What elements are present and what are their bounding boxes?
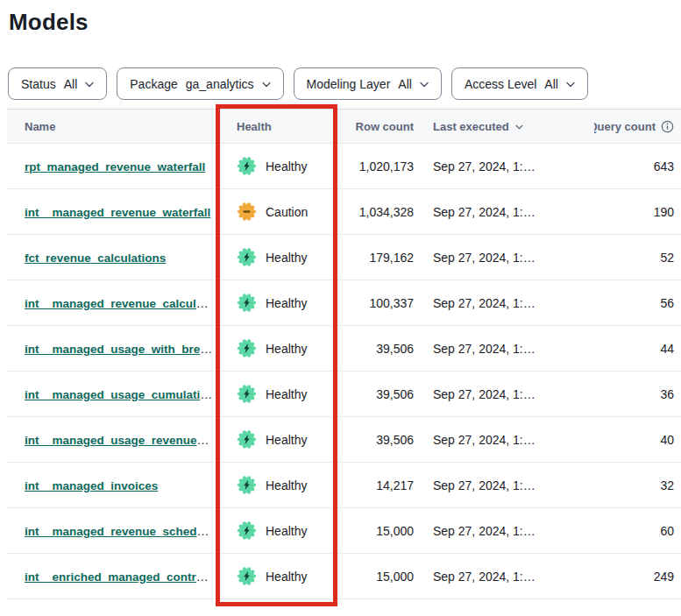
name-cell: int__managed_usage_cumulative_… <box>7 387 223 401</box>
last-executed-cell: Sep 27, 2024, 1:… <box>414 205 594 219</box>
models-table: Name Health Row count Last executed Quer… <box>7 109 681 599</box>
filter-label: Package <box>130 77 177 91</box>
model-name-link[interactable]: int__managed_revenue_schedule_… <box>25 524 223 538</box>
model-name-link[interactable]: int__managed_usage_cumulative_… <box>25 387 223 401</box>
query-count-cell: 190 <box>594 205 681 219</box>
model-name-link[interactable]: int__managed_usage_revenue_sc… <box>25 433 223 447</box>
table-row: int__managed_revenue_calculations <box>7 280 681 326</box>
column-header-last-executed-label: Last executed <box>433 120 509 133</box>
last-executed-cell: Sep 27, 2024, 1:… <box>414 478 594 492</box>
query-count-cell: 52 <box>594 251 681 265</box>
name-cell: int__managed_usage_revenue_sc… <box>7 433 223 447</box>
health-healthy-icon <box>237 520 257 541</box>
health-badge-label: Healthy <box>266 433 307 447</box>
row-count-cell: 15,000 <box>345 570 414 584</box>
health-healthy-icon <box>237 566 257 586</box>
filter-value: All <box>398 77 412 91</box>
filter-label: Status <box>21 77 56 91</box>
name-cell: fct_revenue_calculations <box>7 251 223 265</box>
health-badge-label: Healthy <box>266 387 307 401</box>
filter-value: ga_analytics <box>186 77 254 91</box>
query-count-cell: 643 <box>594 159 681 173</box>
table-row: int__managed_invoices <box>7 463 681 508</box>
query-count-cell: 44 <box>594 342 681 356</box>
table-row: int__managed_revenue_schedule_… <box>7 508 681 554</box>
health-healthy-icon <box>237 293 257 313</box>
last-executed-cell: Sep 27, 2024, 1:… <box>414 570 594 584</box>
health-cell: Healthy <box>223 520 345 541</box>
health-cell: Healthy <box>223 338 345 358</box>
row-count-cell: 14,217 <box>345 478 414 492</box>
query-count-cell: 249 <box>594 570 681 584</box>
last-executed-cell: Sep 27, 2024, 1:… <box>414 433 594 447</box>
table-row: int__managed_usage_with_breaka… <box>7 326 681 372</box>
filter-bar: Status All Package ga_analytics Modeling… <box>8 67 681 100</box>
table-row: int__enriched_managed_contracts <box>7 554 681 599</box>
models-page: Models Status All Package ga_analytics M… <box>0 0 681 599</box>
row-count-cell: 1,034,328 <box>345 205 414 219</box>
row-count-cell: 39,506 <box>345 342 414 356</box>
last-executed-cell: Sep 27, 2024, 1:… <box>414 387 594 401</box>
model-name-link[interactable]: int__managed_revenue_waterfall <box>25 206 210 219</box>
health-healthy-icon <box>237 338 257 358</box>
filter-package[interactable]: Package ga_analytics <box>117 67 283 100</box>
name-cell: int__managed_usage_with_breaka… <box>7 342 223 356</box>
health-cell: Healthy <box>223 156 345 176</box>
health-healthy-icon <box>237 156 257 176</box>
table-header: Name Health Row count Last executed Quer… <box>7 109 681 144</box>
last-executed-cell: Sep 27, 2024, 1:… <box>414 296 594 310</box>
health-caution-icon <box>237 202 257 222</box>
name-cell: rpt_managed_revenue_waterfall <box>7 159 223 173</box>
filter-label: Access Level <box>465 77 536 91</box>
name-cell: int__managed_revenue_calculations <box>7 296 223 310</box>
name-cell: int__enriched_managed_contracts <box>7 570 223 584</box>
health-cell: Healthy <box>223 247 345 267</box>
health-healthy-icon <box>237 475 257 495</box>
row-count-cell: 15,000 <box>345 524 414 538</box>
column-header-query-count: Query count <box>594 120 681 133</box>
column-header-row-count: Row count <box>345 120 414 133</box>
row-count-cell: 39,506 <box>345 387 414 401</box>
chevron-down-icon <box>262 81 271 88</box>
chevron-down-icon <box>566 81 575 88</box>
chevron-down-icon <box>85 81 94 88</box>
name-cell: int__managed_revenue_schedule_… <box>7 524 223 538</box>
chevron-down-icon <box>420 81 429 88</box>
table-row: int__managed_usage_cumulative_… <box>7 372 681 417</box>
health-cell: Healthy <box>223 566 345 586</box>
table-row: int__managed_usage_revenue_sc… <box>7 417 681 463</box>
health-badge-label: Healthy <box>266 570 307 584</box>
health-healthy-icon <box>237 384 257 404</box>
health-cell: Healthy <box>223 293 345 313</box>
health-badge-label: Caution <box>266 205 308 219</box>
query-count-cell: 40 <box>594 433 681 447</box>
filter-modeling-layer[interactable]: Modeling Layer All <box>294 67 442 100</box>
model-name-link[interactable]: rpt_managed_revenue_waterfall <box>25 160 205 173</box>
filter-value: All <box>544 77 558 91</box>
table-body: rpt_managed_revenue_waterfall <box>7 144 681 599</box>
model-name-link[interactable]: int__enriched_managed_contracts <box>25 570 220 584</box>
health-badge-label: Healthy <box>266 342 307 356</box>
health-cell: Caution <box>223 202 345 222</box>
filter-status[interactable]: Status All <box>8 67 107 100</box>
model-name-link[interactable]: int__managed_invoices <box>25 479 158 492</box>
column-header-last-executed[interactable]: Last executed <box>414 120 594 133</box>
model-name-link[interactable]: int__managed_usage_with_breaka… <box>25 342 223 356</box>
table-row: rpt_managed_revenue_waterfall <box>7 144 681 189</box>
model-name-link[interactable]: fct_revenue_calculations <box>25 251 166 265</box>
health-badge-label: Healthy <box>266 478 307 492</box>
filter-access-level[interactable]: Access Level All <box>451 67 588 100</box>
health-cell: Healthy <box>223 475 345 495</box>
last-executed-cell: Sep 27, 2024, 1:… <box>414 159 594 173</box>
health-badge-label: Healthy <box>266 159 307 173</box>
row-count-cell: 179,162 <box>345 251 414 265</box>
last-executed-cell: Sep 27, 2024, 1:… <box>414 342 594 356</box>
sort-chevron-down-icon <box>515 124 523 130</box>
info-icon[interactable] <box>661 120 674 133</box>
page-title: Models <box>9 9 681 36</box>
last-executed-cell: Sep 27, 2024, 1:… <box>414 251 594 265</box>
model-name-link[interactable]: int__managed_revenue_calculations <box>25 296 223 310</box>
health-badge-label: Healthy <box>266 524 307 538</box>
table-row: int__managed_revenue_waterfall <box>7 189 681 235</box>
row-count-cell: 39,506 <box>345 433 414 447</box>
